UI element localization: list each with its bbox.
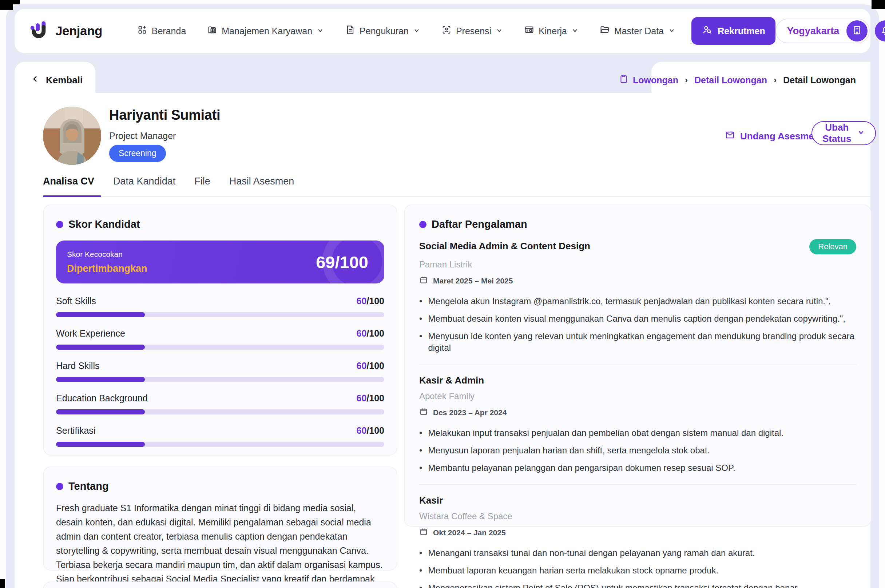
experience-bullet: •Menangani transaksi tunai dan non-tunai… (419, 547, 856, 559)
invite-assessment-link[interactable]: Undang Asesmen (725, 130, 820, 142)
jenjang-logo-icon (29, 20, 50, 42)
rekrutmen-button[interactable]: Rekrutmen (692, 17, 776, 45)
building-icon (852, 25, 862, 37)
calendar-icon (419, 527, 428, 538)
skill-label: Work Experience (56, 328, 125, 339)
bullet-dot-icon: • (419, 462, 422, 474)
nav-item-pengukuran[interactable]: Pengukuran (345, 25, 420, 37)
skill-progress-track (56, 410, 384, 414)
nav-label: Beranda (152, 26, 186, 36)
chevron-right-icon: › (774, 75, 777, 85)
back-button[interactable]: Kembali (15, 62, 95, 98)
nav-item-kinerja[interactable]: Kinerja (524, 25, 579, 37)
folder-icon (600, 25, 610, 37)
experience-title: Social Media Admin & Content Design (419, 240, 590, 252)
candidate-name: Hariyanti Sumiati (109, 107, 220, 123)
section-dot-icon (56, 483, 63, 490)
breadcrumb-label: Detail Lowongan (694, 75, 767, 86)
next-panel-partial (43, 582, 398, 588)
bullet-dot-icon: • (419, 565, 422, 576)
match-score-banner: Skor Kecocokan Dipertimbangkan 69/100 (56, 240, 384, 284)
nav-item-presensi[interactable]: Presensi (441, 25, 503, 37)
experience-entry: Kasir & Admin Apotek Family Des 2023 – A… (419, 375, 856, 484)
experience-title: Kasir (419, 495, 443, 506)
invite-assessment-label: Undang Asesmen (740, 130, 820, 142)
bullet-dot-icon: • (419, 296, 422, 307)
notifications-button[interactable] (875, 20, 885, 42)
experience-bullet: •Menyusun ide konten yang relevan untuk … (419, 330, 856, 354)
nav-item-beranda[interactable]: Beranda (137, 25, 186, 37)
bullet-dot-icon: • (419, 582, 422, 588)
dashboard-icon (137, 25, 147, 37)
match-verdict: Dipertimbangkan (67, 263, 147, 274)
screenshot-artifact (872, 0, 885, 9)
chevron-down-icon (668, 26, 675, 36)
skill-progress-fill (56, 312, 145, 317)
location-pill[interactable]: Yogyakarta (776, 18, 870, 43)
company-building-button[interactable] (846, 20, 867, 42)
change-status-button[interactable]: Ubah Status (812, 121, 876, 145)
location-label: Yogyakarta (787, 26, 840, 37)
score-panel-title: Skor Kandidat (56, 218, 384, 230)
chevron-down-icon (572, 26, 579, 36)
main-menu: Beranda Manajemen Karyawan Pengukuran (137, 25, 675, 37)
brand-logo[interactable]: Jenjang (29, 20, 102, 42)
skill-score: 60/100 (357, 361, 384, 371)
experience-entry: Kasir Wistara Coffee & Space Okt 2024 – … (419, 495, 856, 588)
section-title-text: Daftar Pengalaman (432, 218, 527, 230)
skill-row: Sertifikasi 60/100 (56, 425, 384, 447)
tab-hasil-asesmen[interactable]: Hasil Asesmen (229, 176, 294, 196)
nav-item-manajemen-karyawan[interactable]: Manajemen Karyawan (207, 25, 324, 37)
experience-bullet: •Melakukan input transaksi penjualan dan… (419, 427, 856, 439)
envelope-icon (725, 130, 735, 142)
skill-label: Sertifikasi (56, 425, 95, 436)
skill-progress-fill (56, 345, 145, 350)
screenshot-artifact (0, 579, 5, 588)
skill-label: Soft Skills (56, 296, 96, 306)
experience-bullet: •Mengelola akun Instagram @pamanlistrik.… (419, 296, 856, 307)
skill-score-list: Soft Skills 60/100 Work Experience 60/10… (56, 296, 384, 447)
tab-data-kandidat[interactable]: Data Kandidat (113, 176, 176, 196)
breadcrumb: Lowongan › Detail Lowongan › Detail Lowo… (651, 62, 870, 98)
breadcrumb-item-current: Detail Lowongan (783, 75, 856, 86)
breadcrumb-item-lowongan[interactable]: Lowongan (619, 74, 678, 86)
bullet-dot-icon: • (419, 330, 422, 354)
section-title-text: Skor Kandidat (68, 218, 140, 230)
employee-folder-icon (207, 25, 217, 37)
experience-bullet: •Membantu pelayanan pelanggan dan pengar… (419, 462, 856, 474)
skill-progress-track (56, 312, 384, 317)
navbar-right-cluster: Yogyakarta (776, 18, 885, 43)
section-dot-icon (56, 221, 63, 228)
content-card: Hariyanti Sumiati Project Manager Screen… (15, 93, 870, 588)
entry-divider (419, 484, 856, 484)
bullet-dot-icon: • (419, 547, 422, 559)
nav-label: Kinerja (538, 26, 567, 36)
banner-left: Skor Kecocokan Dipertimbangkan (67, 250, 147, 274)
experience-company: Wistara Coffee & Space (419, 511, 856, 521)
experience-company: Apotek Family (419, 391, 856, 401)
bell-icon (880, 25, 885, 37)
top-navbar: Jenjang Beranda Manajemen Karyawan (15, 9, 870, 53)
skill-progress-track (56, 345, 384, 350)
skill-score: 60/100 (357, 393, 384, 404)
skill-progress-track (56, 442, 384, 447)
skill-row: Education Background 60/100 (56, 393, 384, 414)
experience-bullet-list: •Menangani transaksi tunai dan non-tunai… (419, 547, 856, 588)
tab-analisa-cv[interactable]: Analisa CV (43, 176, 94, 196)
skill-label: Education Background (56, 393, 148, 404)
experience-bullet-list: •Mengelola akun Instagram @pamanlistrik.… (419, 296, 856, 354)
section-dot-icon (419, 221, 426, 228)
score-panel: Skor Kandidat Skor Kecocokan Dipertimban… (43, 204, 398, 456)
breadcrumb-item-detail-lowongan[interactable]: Detail Lowongan (694, 75, 767, 86)
section-title-text: Tentang (68, 480, 109, 492)
rekrutmen-label: Rekrutmen (718, 26, 765, 36)
match-score-value: 69/100 (316, 252, 368, 272)
about-panel: Tentang Fresh graduate S1 Informatika de… (43, 466, 398, 570)
screenshot-artifact (0, 0, 13, 10)
nav-item-master-data[interactable]: Master Data (600, 25, 675, 37)
active-tab-indicator (43, 195, 101, 197)
chevron-down-icon (316, 26, 324, 36)
tab-file[interactable]: File (194, 176, 210, 196)
bullet-dot-icon: • (419, 427, 422, 439)
calendar-icon (419, 276, 428, 286)
